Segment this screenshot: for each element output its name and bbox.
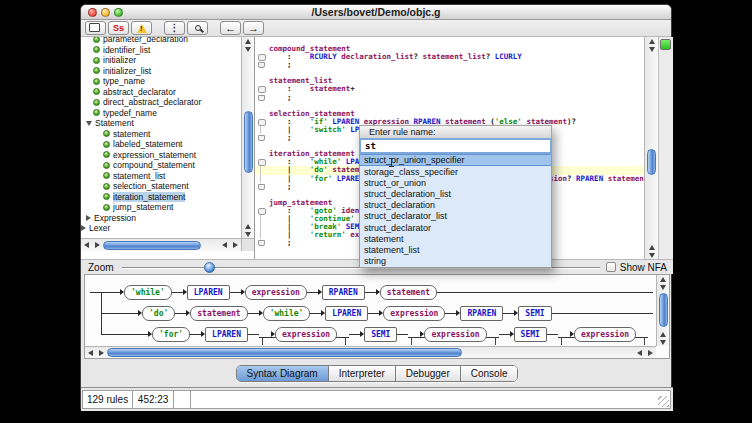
diagram-node-token[interactable]: LPAREN — [187, 285, 230, 300]
diagram-node-rule[interactable]: expression — [574, 327, 636, 342]
scrollbar-thumb[interactable] — [659, 293, 668, 327]
scroll-right-icon[interactable] — [92, 241, 103, 249]
fold-gutter-icon[interactable] — [255, 223, 269, 231]
fold-gutter-icon[interactable] — [255, 94, 269, 102]
rules-list-button[interactable] — [85, 21, 106, 35]
scroll-left-icon[interactable] — [219, 241, 230, 249]
tree-group-row[interactable]: Lexer — [81, 223, 241, 234]
diagram-node-rule[interactable]: expression — [383, 306, 445, 321]
diagram-vertical-scrollbar[interactable] — [656, 275, 669, 346]
tree-rule-row[interactable]: selection_statement — [81, 181, 241, 192]
scroll-down-icon[interactable] — [243, 230, 254, 238]
tree-rule-row[interactable]: labeled_statement — [81, 139, 241, 150]
code-line[interactable]: : statement+ — [255, 85, 644, 93]
tree-rule-row[interactable]: type_name — [81, 76, 241, 87]
scroll-right-icon[interactable] — [230, 241, 241, 249]
suggestion-item[interactable]: storage_class_specifier — [360, 166, 551, 177]
scroll-up-icon[interactable] — [646, 37, 657, 45]
scroll-left-icon[interactable] — [81, 241, 92, 249]
rule-name-input[interactable] — [359, 138, 552, 154]
scrollbar-thumb[interactable] — [647, 149, 656, 175]
fold-gutter-icon[interactable] — [255, 134, 269, 142]
suggestion-item[interactable]: statement_list — [360, 244, 551, 255]
fold-gutter-icon[interactable] — [255, 183, 269, 191]
tree-rule-row[interactable]: direct_abstract_declarator — [81, 97, 241, 108]
suggestion-item[interactable]: struct_declarator_list — [360, 211, 551, 222]
scroll-right-icon[interactable] — [96, 349, 107, 357]
diagram-node-rule[interactable]: expression — [245, 285, 307, 300]
scrollbar-thumb[interactable] — [103, 241, 201, 250]
diagram-node-token[interactable]: RPAREN — [322, 285, 365, 300]
diagram-node-token[interactable]: SEMI — [514, 327, 547, 342]
show-nfa-checkbox[interactable] — [606, 262, 616, 272]
tab-interpreter[interactable]: Interpreter — [329, 366, 396, 381]
sidebar-vertical-scrollbar[interactable] — [241, 37, 254, 238]
forward-button[interactable]: → — [243, 21, 264, 35]
tab-debugger[interactable]: Debugger — [396, 366, 461, 381]
resize-grip[interactable] — [658, 396, 669, 407]
scroll-down-icon[interactable] — [243, 45, 254, 53]
code-line[interactable]: ; — [255, 61, 644, 69]
scroll-right-icon[interactable] — [645, 349, 656, 357]
diagram-node-rule[interactable]: expression — [424, 327, 486, 342]
tree-rule-row[interactable]: iteration_statement — [81, 192, 241, 203]
fold-gutter-icon[interactable] — [255, 61, 269, 69]
diagram-node-token[interactable]: SEMI — [518, 306, 551, 321]
diagram-node-rule[interactable]: statement — [380, 285, 437, 300]
fold-gutter-icon[interactable] — [255, 231, 269, 239]
find-button[interactable] — [187, 21, 208, 35]
tree-group-row[interactable]: Statement — [81, 118, 241, 129]
scroll-down-icon[interactable] — [646, 45, 657, 53]
suggestion-item[interactable]: string — [360, 256, 551, 267]
fold-gutter-icon[interactable] — [255, 158, 269, 166]
fold-gutter-icon[interactable] — [255, 239, 269, 247]
sidebar-horizontal-scrollbar[interactable] — [81, 238, 241, 251]
fold-gutter-icon[interactable] — [255, 207, 269, 215]
diagram-horizontal-scrollbar[interactable] — [85, 346, 656, 358]
slider-thumb[interactable] — [204, 262, 215, 273]
scrollbar-thumb[interactable] — [244, 111, 253, 173]
scroll-down-icon[interactable] — [646, 251, 657, 259]
fold-gutter-icon[interactable] — [255, 175, 269, 183]
suggestion-item[interactable]: statement — [360, 233, 551, 244]
scroll-left-icon[interactable] — [634, 349, 645, 357]
back-button[interactable]: ← — [220, 21, 241, 35]
diagram-node-rule[interactable]: statement — [190, 306, 247, 321]
scroll-up-icon[interactable] — [243, 222, 254, 230]
grammar-health-indicator[interactable] — [660, 39, 671, 50]
scroll-down-icon[interactable] — [658, 338, 669, 346]
editor-vertical-scrollbar[interactable] — [644, 37, 658, 259]
diagram-node-token[interactable]: RPAREN — [460, 306, 503, 321]
fold-gutter-icon[interactable] — [255, 85, 269, 93]
scroll-down-icon[interactable] — [658, 283, 669, 291]
code-line[interactable]: : RCURLY declaration_list? statement_lis… — [255, 53, 644, 61]
diagram-node-token[interactable]: LPAREN — [325, 306, 368, 321]
tree-rule-row[interactable]: initializer — [81, 55, 241, 66]
fold-gutter-icon[interactable] — [255, 126, 269, 134]
tree-rule-row[interactable]: compound_statement — [81, 160, 241, 171]
scroll-up-icon[interactable] — [646, 243, 657, 251]
diagram-node-literal[interactable]: 'while' — [263, 306, 311, 321]
tree-rule-row[interactable]: abstract_declarator — [81, 87, 241, 98]
triangle-expanded-icon[interactable] — [86, 121, 92, 126]
marks-button[interactable]: ⋮ — [164, 21, 185, 35]
suggestion-item[interactable]: struct_declaration — [360, 200, 551, 211]
warnings-button[interactable] — [131, 21, 152, 35]
fold-gutter-icon[interactable] — [255, 215, 269, 223]
tree-rule-row[interactable]: initializer_list — [81, 66, 241, 77]
tree-rule-row[interactable]: jump_statement — [81, 202, 241, 213]
diagram-node-literal[interactable]: 'do' — [142, 306, 175, 321]
tree-rule-row[interactable]: typedef_name — [81, 108, 241, 119]
suggestion-item[interactable]: struct_or_union — [360, 177, 551, 188]
tree-rule-row[interactable]: statement_list — [81, 171, 241, 182]
tab-console[interactable]: Console — [461, 366, 518, 381]
tree-rule-row[interactable]: parameter_declaration — [81, 37, 241, 45]
syntax-coloring-button[interactable]: Ss — [108, 21, 129, 35]
diagram-node-token[interactable]: LPAREN — [205, 327, 248, 342]
scroll-up-icon[interactable] — [658, 275, 669, 283]
triangle-collapsed-icon[interactable] — [86, 215, 91, 221]
tree-rule-row[interactable]: identifier_list — [81, 45, 241, 56]
fold-gutter-icon[interactable] — [255, 166, 269, 174]
tree-rule-row[interactable]: statement — [81, 129, 241, 140]
diagram-node-token[interactable]: SEMI — [364, 327, 397, 342]
